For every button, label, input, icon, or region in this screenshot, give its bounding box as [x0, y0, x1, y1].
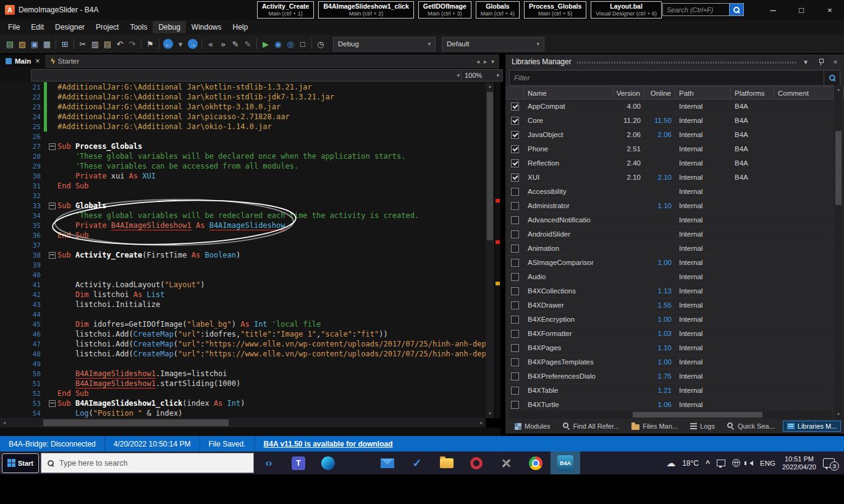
- library-row[interactable]: B4XTurtle1.06Internal: [505, 398, 844, 412]
- library-row[interactable]: Reflection2.40InternalB4A: [505, 156, 844, 170]
- code-line[interactable]: 43 listchoi.Initialize: [0, 300, 486, 309]
- library-row[interactable]: B4XPreferencesDialo1.75Internal: [505, 369, 844, 384]
- scroll-down-icon[interactable]: ▾: [486, 410, 494, 418]
- menu-debug[interactable]: Debug: [153, 21, 185, 33]
- library-row[interactable]: AdvancedNotificatioInternal: [505, 213, 844, 227]
- library-checkbox[interactable]: [505, 327, 524, 340]
- quick-jump-getidofimage[interactable]: GetIDOfImageMain (ctrl + 3): [418, 1, 471, 19]
- tool-tab-find-all-refer[interactable]: Find All Refer...: [559, 421, 624, 432]
- library-checkbox[interactable]: [505, 99, 524, 113]
- menu-file[interactable]: File: [2, 21, 25, 33]
- toolbar-save-all-icon[interactable]: ▦: [41, 37, 53, 51]
- toolbar-stop-icon[interactable]: □: [297, 37, 309, 51]
- code-line[interactable]: 26: [0, 132, 486, 141]
- tool-tab-libraries-m[interactable]: Libraries M...: [783, 421, 842, 432]
- quick-jump-globals[interactable]: GlobalsMain (ctrl + 4): [476, 1, 520, 19]
- search-go-button[interactable]: [730, 3, 744, 16]
- code-line[interactable]: 44: [0, 309, 486, 319]
- taskbar-b4a-icon[interactable]: B4A: [551, 452, 580, 474]
- quick-jump-activity-create[interactable]: Activity_CreateMain (ctrl + 1): [257, 1, 314, 19]
- internet-icon[interactable]: [732, 459, 740, 467]
- library-checkbox[interactable]: [505, 284, 524, 298]
- code-line[interactable]: 40: [0, 270, 486, 280]
- filter-search-button[interactable]: [824, 70, 840, 85]
- taskbar-file-explorer-icon[interactable]: [432, 452, 462, 474]
- scroll-left-icon[interactable]: ◂: [0, 418, 9, 427]
- member-combo[interactable]: ▾: [31, 69, 463, 82]
- column-header-version[interactable]: Version: [614, 87, 644, 99]
- code-line[interactable]: 48 listchoi.Add(CreateMap("url":"https:/…: [0, 349, 486, 359]
- library-row[interactable]: B4XTable1.21Internal: [505, 384, 844, 398]
- library-row[interactable]: Administrator1.10Internal: [505, 199, 844, 213]
- toolbar-run-icon[interactable]: ▶: [260, 37, 272, 51]
- code-line[interactable]: 37: [0, 240, 486, 250]
- library-row[interactable]: Phone2.51InternalB4A: [505, 142, 844, 156]
- library-row[interactable]: B4XEncryption1.00Internal: [505, 313, 844, 327]
- fold-toggle[interactable]: [47, 252, 57, 259]
- code-line[interactable]: 51 B4AImageSlideshow1.startSliding(1000): [0, 379, 486, 388]
- build-config-combo[interactable]: Default ▾: [442, 37, 544, 51]
- panel-pin-icon[interactable]: [816, 59, 825, 65]
- toolbar-navigate-forward-icon[interactable]: →: [187, 37, 199, 51]
- menu-edit[interactable]: Edit: [25, 21, 49, 33]
- code-line[interactable]: 36End Sub: [0, 230, 486, 240]
- library-checkbox[interactable]: [505, 398, 524, 411]
- library-row[interactable]: AppCompat4.00InternalB4A: [505, 99, 844, 114]
- library-row[interactable]: B4XDrawer1.55Internal: [505, 298, 844, 313]
- editor-hscrollbar[interactable]: ◂ ▸: [0, 418, 486, 427]
- search-input[interactable]: Search (Ctrl+F): [662, 3, 730, 16]
- code-line[interactable]: 27Sub Process_Globals: [0, 141, 486, 151]
- toolbar-paste-icon[interactable]: ▤: [101, 37, 114, 51]
- toolbar-indent-icon[interactable]: »: [217, 37, 229, 51]
- scroll-up-icon[interactable]: ▴: [834, 85, 843, 94]
- library-checkbox[interactable]: [505, 170, 524, 184]
- library-checkbox[interactable]: [505, 256, 524, 269]
- toolbar-designer-icon[interactable]: ⊞: [59, 37, 71, 51]
- taskbar-todo-check-icon[interactable]: [402, 452, 432, 474]
- column-header-online[interactable]: Online: [644, 87, 675, 99]
- toolbar-bookmark-icon[interactable]: ⚑: [144, 37, 156, 51]
- tool-tab-logs[interactable]: Logs: [686, 421, 719, 432]
- menu-tools[interactable]: Tools: [124, 21, 153, 33]
- code-line[interactable]: 53Sub B4AImageSlideshow1_click(index As …: [0, 398, 486, 408]
- library-row[interactable]: AccessibilityInternal: [505, 185, 844, 199]
- library-checkbox[interactable]: [505, 270, 524, 284]
- panel-hscrollbar[interactable]: [509, 411, 832, 419]
- code-line[interactable]: 39: [0, 260, 486, 270]
- fold-toggle[interactable]: [47, 143, 57, 150]
- network-icon[interactable]: [717, 460, 725, 466]
- zoom-combo[interactable]: 100% ▾: [461, 69, 503, 82]
- library-row[interactable]: ASImageComparisor1.00Internal: [505, 256, 844, 270]
- taskbar-teams-icon[interactable]: [284, 452, 313, 474]
- code-editor[interactable]: 21#AdditionalJar:G:\Additional Jar\kotli…: [0, 82, 486, 418]
- menu-windows[interactable]: Windows: [186, 21, 227, 33]
- quick-jump-b4aimageslideshow1-click[interactable]: B4AImageSlideshow1_clickMain (ctrl + 2): [318, 1, 413, 19]
- library-checkbox[interactable]: [505, 298, 524, 312]
- library-checkbox[interactable]: [505, 369, 524, 383]
- toolbar-back-history-caret-icon[interactable]: ▾: [174, 37, 187, 51]
- notification-center-icon[interactable]: 3: [823, 458, 835, 468]
- editor-vscrollbar[interactable]: ▴ ▾: [486, 82, 494, 418]
- hscroll-thumb[interactable]: [43, 419, 229, 426]
- fold-toggle[interactable]: [47, 203, 57, 209]
- vscroll-thumb[interactable]: [487, 92, 493, 240]
- panel-vscroll-thumb[interactable]: [835, 131, 842, 205]
- taskbar-search[interactable]: Type here to search: [41, 453, 254, 473]
- library-checkbox[interactable]: [505, 227, 524, 241]
- library-row[interactable]: XUI2.102.10InternalB4A: [505, 170, 844, 185]
- code-line[interactable]: 28 'These global variables will be decla…: [0, 151, 486, 161]
- quick-jump-process-globals[interactable]: Process_GlobalsMain (ctrl + 5): [524, 1, 586, 19]
- code-line[interactable]: 41 Activity.LoadLayout("Layout"): [0, 280, 486, 290]
- library-row[interactable]: AndroidSliderInternal: [505, 227, 844, 242]
- library-checkbox[interactable]: [505, 341, 524, 355]
- menu-designer[interactable]: Designer: [49, 21, 90, 33]
- code-line[interactable]: 31End Sub: [0, 181, 486, 191]
- taskbar-clock[interactable]: 10:51 PM 2022/04/20: [782, 455, 816, 471]
- taskbar-opera-icon[interactable]: [462, 452, 491, 474]
- code-line[interactable]: 32: [0, 191, 486, 201]
- toolbar-open-icon[interactable]: ▨: [16, 37, 28, 51]
- library-checkbox[interactable]: [505, 355, 524, 369]
- code-line[interactable]: 34 'These global variables will be redec…: [0, 211, 486, 220]
- tab-list-icon[interactable]: ▾: [491, 58, 494, 65]
- library-row[interactable]: B4XPages1.10Internal: [505, 341, 844, 355]
